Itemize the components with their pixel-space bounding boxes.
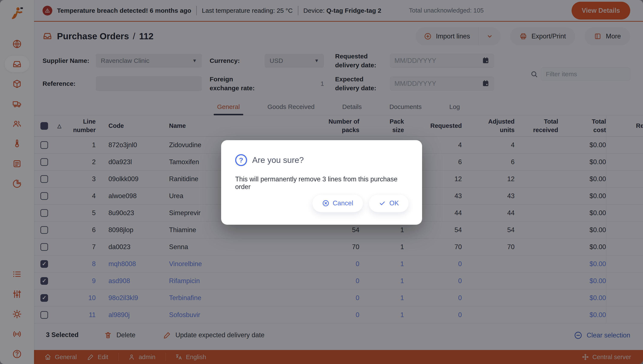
x-circle-icon — [322, 200, 329, 207]
dialog-title: Are you sure? — [252, 156, 304, 165]
question-circle-icon: ? — [235, 154, 247, 166]
ok-button[interactable]: OK — [369, 194, 409, 212]
check-icon — [379, 200, 386, 207]
cancel-button[interactable]: Cancel — [312, 194, 363, 212]
dialog-message: This will permanently remove 3 lines fro… — [235, 176, 408, 191]
confirm-dialog: ? Are you sure? This will permanently re… — [221, 140, 422, 225]
